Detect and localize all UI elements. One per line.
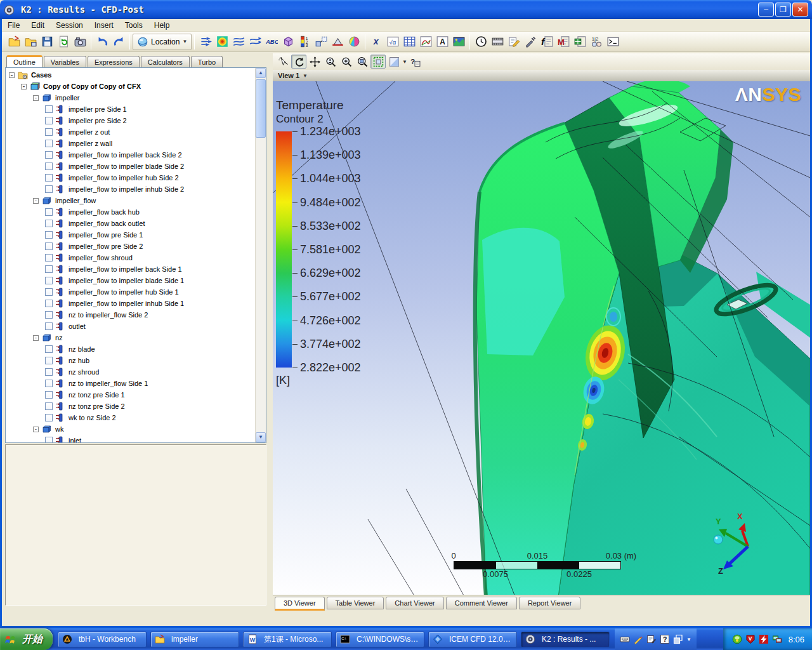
redo-icon[interactable] [110,34,127,50]
3d-viewport[interactable]: Temperature Contour 2 1.234e+0031.139e+0… [273,81,810,595]
visibility-checkbox[interactable] [45,220,53,227]
undo-icon[interactable] [94,34,110,50]
keyboard-icon[interactable] [620,634,630,644]
load-results-icon[interactable] [6,34,22,50]
tree-item[interactable]: nz to impeller_flow Side 1 [6,378,255,389]
particle-track-icon[interactable] [247,34,263,50]
tab-outline[interactable]: Outline [6,55,43,67]
tree-item[interactable]: -Cases [6,69,255,81]
clip-plane-icon[interactable] [329,34,346,50]
streamline-icon[interactable] [230,34,247,50]
menu-session[interactable]: Session [50,20,89,31]
visibility-checkbox[interactable] [45,322,53,330]
viewer-tab-chart-viewer[interactable]: Chart Viewer [386,597,443,609]
comment-icon[interactable]: A [434,34,450,50]
timestep-icon[interactable] [473,34,489,50]
case-comparison-icon[interactable]: 1|2 [588,34,605,50]
tree-item[interactable]: impeller_flow pre Side 1 [6,229,255,241]
instance-transform-icon[interactable] [313,34,329,50]
tree-item[interactable]: -wk [6,423,255,435]
tree-item[interactable]: outlet [6,321,255,332]
visibility-checkbox[interactable] [45,288,53,296]
tree-item[interactable]: impeller_flow to impeller hub Side 1 [6,286,255,298]
tree-item[interactable]: -impeller_flow [6,195,255,206]
colormap-icon[interactable] [346,34,362,50]
tree-item[interactable]: impeller_flow to impeller blade Side 1 [6,275,255,286]
tree-item[interactable]: -Copy of Copy of Copy of CFX [6,81,255,92]
start-button[interactable]: 开始 [0,628,53,650]
visibility-checkbox[interactable] [45,117,53,124]
visibility-checkbox[interactable] [45,345,53,353]
table-icon[interactable] [401,34,417,50]
zoom-in-icon[interactable] [339,55,354,69]
visibility-checkbox[interactable] [45,254,53,262]
tree-item[interactable]: impeller_flow shroud [6,252,255,263]
expression-icon[interactable]: √α [384,34,401,50]
tab-turbo[interactable]: Turbo [191,56,223,67]
visibility-checkbox[interactable] [45,402,53,410]
visibility-checkbox[interactable] [45,174,53,182]
pen-input-icon[interactable] [633,634,643,644]
visibility-checkbox[interactable] [45,300,53,307]
task-impeller-folder[interactable]: impeller [150,632,239,647]
tab-variables[interactable]: Variables [44,56,86,67]
tree-item[interactable]: nz hub [6,355,255,366]
viewer-tab-report-viewer[interactable]: Report Viewer [519,597,581,609]
tree-item[interactable]: impeller_flow to impeller back Side 1 [6,263,255,275]
visibility-checkbox[interactable] [45,185,53,193]
expander[interactable]: - [9,72,15,78]
visibility-checkbox[interactable] [45,391,53,399]
view-header[interactable]: View 1 ▼ [273,70,810,81]
visibility-checkbox[interactable] [45,265,53,273]
save-state-icon[interactable] [39,34,55,50]
visibility-checkbox[interactable] [45,414,53,421]
visibility-checkbox[interactable] [45,128,53,136]
location-selector[interactable]: Location▼ [133,34,192,50]
tree-item[interactable]: impeller_flow pre Side 2 [6,241,255,252]
background-color-swatch[interactable] [386,55,402,69]
tree-item[interactable]: nz shroud [6,366,255,378]
visibility-checkbox[interactable] [45,437,53,442]
visibility-checkbox[interactable] [45,231,53,239]
chart-icon[interactable] [417,34,434,50]
tree-item[interactable]: impeller z out [6,126,255,138]
reload-icon[interactable] [55,34,72,50]
menu-tools[interactable]: Tools [119,20,148,31]
tree-item[interactable]: nz tonz pre Side 2 [6,401,255,412]
scroll-down-button[interactable]: ▼ [256,432,266,442]
visibility-checkbox[interactable] [45,368,53,376]
visibility-checkbox[interactable] [45,208,53,216]
menu-file[interactable]: File [2,20,25,31]
tree-item[interactable]: impeller_flow to impeller inhub Side 1 [6,298,255,309]
perspective-icon[interactable] [370,55,386,69]
viewer-tab-comment-viewer[interactable]: Comment Viewer [446,597,517,609]
tree-item[interactable]: nz tonz pre Side 1 [6,389,255,401]
task-icem[interactable]: ICEM CFD 12.0.1... [428,632,517,647]
viewer-tab-table-viewer[interactable]: Table Viewer [327,597,384,609]
restore-toolbar-icon[interactable] [673,634,683,644]
function-calculator-icon[interactable]: f [539,34,555,50]
visibility-checkbox[interactable] [45,162,53,170]
expander[interactable]: - [33,427,39,432]
fit-view-icon[interactable] [355,55,370,69]
view-dropdown-arrow[interactable]: ▼ [303,73,308,79]
probe-icon[interactable] [522,34,539,50]
task-workbench[interactable]: tbH - Workbench [58,632,147,647]
swatch-dropdown-arrow[interactable]: ▼ [402,59,407,65]
text-label-icon[interactable]: ABC [263,34,280,50]
tree-item[interactable]: impeller_flow back outlet [6,218,255,229]
snapshot-icon[interactable] [72,34,88,50]
visibility-checkbox[interactable] [45,151,53,159]
tree-item[interactable]: impeller_flow to impeller back Side 2 [6,149,255,161]
vector-icon[interactable] [197,34,214,50]
zoom-box-icon[interactable] [323,55,338,69]
scrollbar-thumb[interactable] [256,79,266,138]
animation-icon[interactable] [489,34,506,50]
menu-help[interactable]: Help [148,20,176,31]
command-editor-icon[interactable] [605,34,621,50]
expander[interactable]: - [33,335,39,341]
network-tray-icon[interactable] [772,634,782,644]
menu-edit[interactable]: Edit [25,20,50,31]
pan-icon[interactable] [307,55,322,69]
tree-item[interactable]: impeller_flow to impeller hub Side 2 [6,172,255,183]
